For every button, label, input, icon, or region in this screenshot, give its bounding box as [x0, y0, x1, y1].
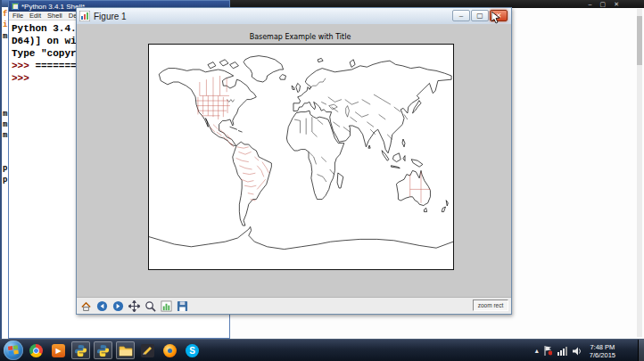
- python-icon: [74, 344, 87, 357]
- home-button[interactable]: [79, 299, 93, 313]
- shell-prompt: >>>: [12, 61, 35, 71]
- mouse-cursor: [491, 12, 500, 24]
- system-tray: ▴ 7:48 PM 7/6/2015: [535, 340, 615, 361]
- firefox-icon: [163, 344, 177, 357]
- show-desktop-button[interactable]: [638, 340, 644, 361]
- figure-minimize-button[interactable]: –: [452, 10, 470, 21]
- background-scrollbar[interactable]: [637, 9, 642, 337]
- start-button[interactable]: [4, 340, 23, 360]
- media-player-icon: ▶: [52, 344, 65, 357]
- shell-line: Python 3.4.: [12, 23, 77, 34]
- back-button[interactable]: [95, 299, 109, 313]
- matplotlib-icon: [79, 11, 90, 21]
- desktop: – ▢ ✕ f i m m m m p p: [0, 0, 644, 361]
- plot-title: Basemap Example with Title: [148, 33, 452, 41]
- taskbar-media-player[interactable]: ▶: [49, 341, 68, 359]
- zoom-button[interactable]: [144, 299, 157, 313]
- figure-toolbar: zoom rect: [77, 297, 511, 314]
- toolbar-message: zoom rect: [473, 299, 508, 311]
- volume-icon[interactable]: [573, 347, 582, 356]
- folder-icon: [119, 345, 133, 357]
- shell-output[interactable]: Python 3.4. D64)] on wi Type "copyr >>> …: [12, 22, 82, 85]
- taskbar-chrome[interactable]: [27, 341, 45, 359]
- shell-line: Type "copyr: [12, 48, 77, 59]
- shell-prompt: >>>: [12, 73, 29, 84]
- taskbar-pen-tool[interactable]: [138, 341, 157, 359]
- bg-maximize-button[interactable]: ▢: [600, 0, 607, 8]
- taskbar-python-shell[interactable]: [71, 341, 90, 359]
- action-center-flag-icon[interactable]: [544, 346, 552, 356]
- figure-canvas[interactable]: Basemap Example with Title: [77, 24, 511, 297]
- bg-close-button[interactable]: ✕: [614, 0, 619, 8]
- network-icon[interactable]: [557, 347, 567, 356]
- configure-subplots-button[interactable]: [160, 299, 173, 313]
- menu-file[interactable]: File: [12, 12, 23, 20]
- taskbar-file-explorer[interactable]: [116, 341, 135, 359]
- forward-button[interactable]: [111, 299, 125, 313]
- map-axes[interactable]: [148, 44, 454, 270]
- world-map[interactable]: [149, 45, 453, 269]
- chrome-icon: [29, 344, 43, 357]
- menu-shell[interactable]: Shell: [47, 12, 62, 20]
- taskbar-firefox[interactable]: [161, 341, 179, 359]
- figure-window-title: Figure 1: [94, 12, 127, 21]
- skype-icon: S: [186, 344, 199, 357]
- menu-edit[interactable]: Edit: [29, 12, 41, 20]
- clock[interactable]: 7:48 PM 7/6/2015: [590, 343, 615, 359]
- clock-date: 7/6/2015: [590, 351, 615, 359]
- clock-time: 7:48 PM: [590, 343, 615, 351]
- figure-maximize-button[interactable]: ▢: [471, 10, 489, 21]
- hidden-icons-button[interactable]: ▴: [535, 347, 539, 355]
- taskbar-skype[interactable]: S: [183, 341, 202, 359]
- pen-tool-icon: [141, 344, 154, 357]
- taskbar-python-editor[interactable]: [94, 341, 112, 359]
- save-button[interactable]: [176, 299, 189, 313]
- idle-icon: [12, 3, 19, 10]
- figure-titlebar[interactable]: Figure 1 – ▢ ✕: [77, 8, 511, 25]
- pan-button[interactable]: [128, 299, 141, 313]
- figure-window[interactable]: Figure 1 – ▢ ✕ Basemap Example with Titl…: [76, 7, 512, 315]
- taskbar: ▶ S ▴ 7:48 PM 7/6/2015: [0, 339, 644, 361]
- bg-minimize-button[interactable]: –: [589, 0, 592, 8]
- scrollbar-thumb[interactable]: [637, 16, 642, 65]
- python-icon: [96, 344, 110, 357]
- shell-line: D64)] on wi: [12, 36, 77, 46]
